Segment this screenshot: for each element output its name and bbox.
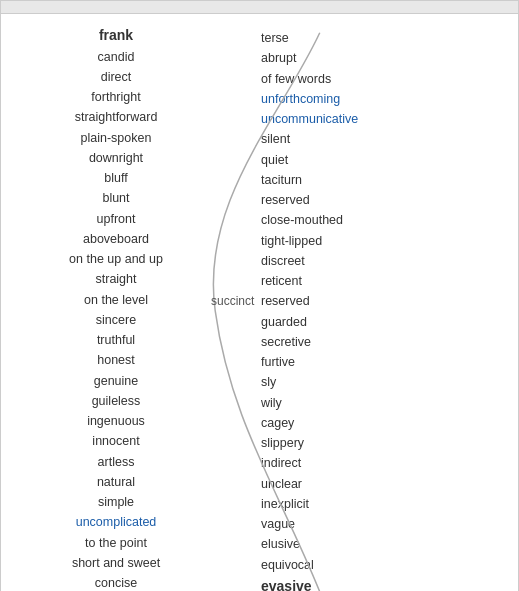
right-word: silent [261, 129, 290, 149]
word-spectrum-container: frankcandiddirectforthrightstraightforwa… [0, 0, 519, 591]
left-word: concise [95, 573, 137, 591]
right-word: abrupt [261, 48, 296, 68]
right-word: elusive [261, 534, 300, 554]
right-word: discreet [261, 251, 305, 271]
left-word: ingenuous [87, 411, 145, 431]
left-word: candid [98, 47, 135, 67]
right-word: sly [261, 372, 276, 392]
left-word: truthful [97, 330, 135, 350]
left-word: upfront [97, 209, 136, 229]
right-word: terse [261, 28, 289, 48]
left-word: downright [89, 148, 143, 168]
mid-label: succinct [211, 294, 254, 308]
right-word: unclear [261, 474, 302, 494]
right-word: of few words [261, 69, 331, 89]
left-word: simple [98, 492, 134, 512]
right-word: unforthcoming [261, 89, 340, 109]
right-word: reticent [261, 271, 302, 291]
right-word: taciturn [261, 170, 302, 190]
left-word: short and sweet [72, 553, 160, 573]
left-word: on the up and up [69, 249, 163, 269]
left-word: sincere [96, 310, 136, 330]
left-word: to the point [85, 533, 147, 553]
left-word: blunt [102, 188, 129, 208]
left-word: straightforward [75, 107, 158, 127]
right-word: guarded [261, 312, 307, 332]
right-column: terseabruptof few wordsunforthcomingunco… [221, 24, 461, 591]
right-word: tight-lipped [261, 231, 322, 251]
right-word: indirect [261, 453, 301, 473]
left-word: plain-spoken [81, 128, 152, 148]
right-word: reserved [261, 291, 310, 311]
content-area: frankcandiddirectforthrightstraightforwa… [1, 14, 518, 591]
left-word: artless [98, 452, 135, 472]
left-word: natural [97, 472, 135, 492]
right-word: furtive [261, 352, 295, 372]
right-word: vague [261, 514, 295, 534]
left-word: guileless [92, 391, 141, 411]
right-word: reserved [261, 190, 310, 210]
left-column: frankcandiddirectforthrightstraightforwa… [1, 24, 221, 591]
right-word: inexplicit [261, 494, 309, 514]
right-word: secretive [261, 332, 311, 352]
right-word: wily [261, 393, 282, 413]
left-word: honest [97, 350, 135, 370]
right-word: cagey [261, 413, 294, 433]
right-word: equivocal [261, 555, 314, 575]
header [1, 1, 518, 14]
left-word: direct [101, 67, 132, 87]
left-word: frank [99, 24, 133, 47]
right-word: close-mouthed [261, 210, 343, 230]
right-word: uncommunicative [261, 109, 358, 129]
left-word: innocent [92, 431, 139, 451]
left-word: bluff [104, 168, 127, 188]
right-word: slippery [261, 433, 304, 453]
left-word: on the level [84, 290, 148, 310]
left-word: aboveboard [83, 229, 149, 249]
left-word: genuine [94, 371, 139, 391]
left-word: uncomplicated [76, 512, 157, 532]
right-word: quiet [261, 150, 288, 170]
left-word: straight [96, 269, 137, 289]
right-word: evasive [261, 575, 312, 591]
left-word: forthright [91, 87, 140, 107]
